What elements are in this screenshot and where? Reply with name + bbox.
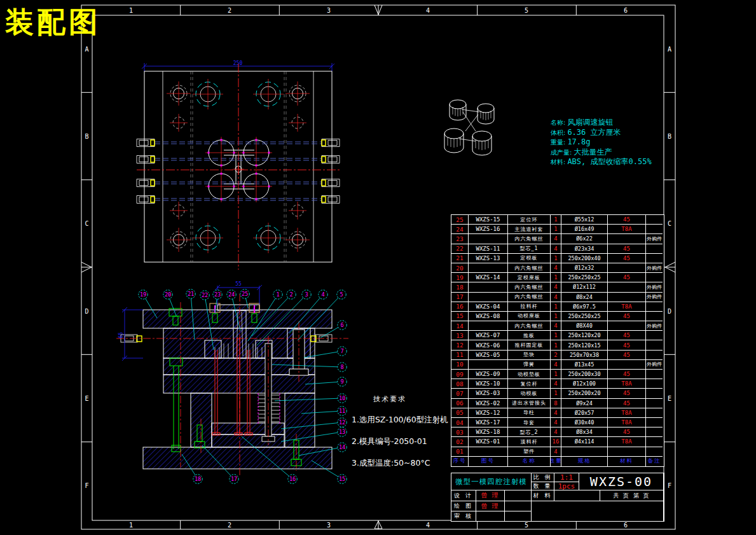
parts-cell: Ø12x112 [561, 282, 608, 292]
parts-cell: 250x70x38 [561, 351, 608, 360]
parts-cell: 4 [551, 282, 561, 292]
parts-cell [469, 293, 508, 302]
parts-cell: 外购件 [646, 263, 663, 273]
parts-table-row: 04WXZS-17导套4Ø30x40T8A [451, 418, 664, 427]
parts-table-row: 14内六角螺丝4Ø8X40外购件 [451, 321, 664, 331]
zone-letter-right: A [668, 46, 671, 53]
parts-cell: 推杆固定板 [508, 340, 551, 350]
zone-number-top: 3 [327, 7, 331, 14]
balloon-number: 1 [276, 291, 279, 298]
parts-cell: 主流道衬套 [508, 225, 551, 234]
parts-table-row: 12WXZS-06推杆固定板1250x120x1545 [451, 340, 664, 350]
balloon-number: 6 [340, 322, 343, 328]
parts-cell [608, 321, 646, 331]
parts-cell: 1 [551, 302, 561, 312]
parts-cell: 2 [551, 351, 561, 360]
parts-cell: 19 [451, 273, 469, 282]
parts-cell [646, 254, 663, 263]
quantity-value: 1pcs [554, 482, 579, 490]
balloon-number: 25 [242, 291, 248, 297]
parts-cell: 20 [451, 263, 469, 273]
parts-cell [608, 234, 646, 244]
parts-cell: WXZS-09 [469, 370, 508, 379]
gate-tick [256, 165, 258, 167]
parts-cell: Ø16x49 [561, 225, 608, 234]
parts-cell: 04 [451, 418, 469, 427]
parts-cell [608, 282, 646, 292]
parts-cell: 定模板 [508, 254, 551, 263]
gate-tick [256, 139, 258, 141]
parts-cell: WXZS-14 [469, 273, 508, 282]
parts-cell: 型芯_2 [508, 427, 551, 437]
parts-cell: 45 [608, 340, 646, 350]
parts-cell: 16 [451, 302, 469, 312]
zone-number-top: 2 [228, 7, 231, 14]
parts-table-row: 25WXZS-15定位环1Ø55x1245 [451, 215, 664, 225]
parts-cell: 材料 [608, 457, 646, 466]
sheet-title: 装配图 [5, 8, 100, 36]
parts-cell: 09 [451, 370, 469, 379]
parts-cell: WXZS-12 [469, 408, 508, 418]
design-label: 设 计 [451, 490, 476, 501]
parts-cell: 顶料杆 [508, 437, 551, 447]
balloon-number: 14 [339, 444, 345, 450]
parts-cell: 17 [451, 293, 469, 302]
parts-cell: 05 [451, 408, 469, 418]
balloon-number: 23 [214, 291, 221, 298]
section-left-dim: 65 [118, 332, 124, 338]
parts-table-row: 15WXZS-08动模座板1250x250x2545 [451, 312, 664, 321]
parts-cell [646, 437, 663, 447]
parts-cell: 外购件 [646, 234, 663, 244]
parts-cell: 序号 [451, 457, 469, 466]
parts-table-row: 18内六角螺丝4Ø12x112外购件 [451, 282, 664, 292]
parts-cell: 250x120x20 [561, 331, 608, 340]
gate-tick [256, 173, 258, 175]
parts-cell: Ø8X40 [561, 321, 608, 331]
empty-cell [532, 501, 664, 521]
parts-table-header: 序号图号名称数量规格材料备注 [451, 457, 664, 466]
balloon-number: 5 [340, 291, 343, 298]
empty-cell [505, 501, 532, 511]
parts-cell [469, 447, 508, 457]
parts-cell: 8 [551, 399, 561, 408]
parts-cell: 外购件 [646, 282, 663, 292]
zone-number-bottom: 2 [228, 522, 231, 529]
zone-letter-left: E [85, 395, 88, 402]
gate-tick [233, 186, 235, 188]
zone-number-top: 6 [624, 7, 628, 14]
parts-cell: 14 [451, 321, 469, 331]
zone-letter-left: C [85, 220, 88, 227]
balloon-number: 15 [339, 476, 345, 482]
gate-tick [221, 198, 223, 200]
parts-cell: T8A [608, 437, 646, 447]
parts-table-row: 11WXZS-05垫块2250x70x3845 [451, 351, 664, 360]
parts-cell: 45 [608, 273, 646, 282]
parts-cell: 45 [608, 215, 646, 225]
parts-cell: 10 [451, 360, 469, 370]
balloon-number: 18 [195, 476, 201, 482]
parts-cell: 250x250x25 [561, 312, 608, 321]
parts-table: 25WXZS-15定位环1Ø55x124524WXZS-16主流道衬套1Ø16x… [451, 214, 664, 467]
parts-cell: 名称 [508, 457, 551, 466]
parts-table-row: 23内六角螺丝4Ø6x22外购件 [451, 234, 664, 244]
balloon-number: 11 [339, 408, 345, 414]
parts-cell: 动模座板 [508, 312, 551, 321]
parts-cell: WXZS-04 [469, 302, 508, 312]
parts-cell: 4 [551, 293, 561, 302]
product-info-line: 成产量:大批量生产 [551, 146, 697, 156]
zone-number-bottom: 6 [624, 522, 628, 529]
zone-number-top: 5 [525, 7, 528, 14]
zone-letter-right: C [668, 220, 671, 227]
parts-table-row: 02WXZS-01顶料杆16Ø4x114T8A [451, 437, 664, 447]
parts-cell: 备注 [646, 457, 663, 466]
product-pictorial [444, 100, 494, 155]
parts-cell: 45 [608, 351, 646, 360]
parts-cell [608, 360, 646, 370]
tech-requirement-item: 3.成型温度:50~80°C [352, 458, 466, 469]
parts-cell: 250x120x15 [561, 340, 608, 350]
parts-cell: 45 [608, 399, 646, 408]
product-info-line: 材料:ABS, 成型收缩率0.55% [551, 156, 697, 166]
parts-cell: 型芯_1 [508, 244, 551, 254]
parts-cell: WXZS-18 [469, 427, 508, 437]
parts-cell: 4 [551, 321, 561, 331]
